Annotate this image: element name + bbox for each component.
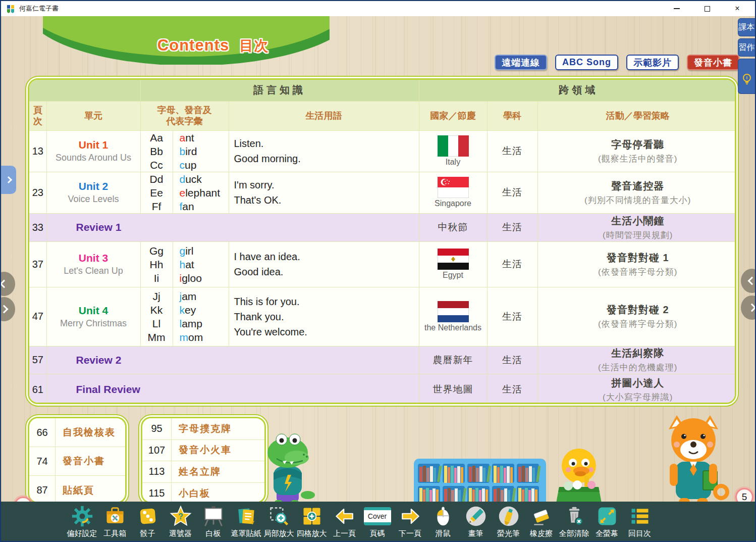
unit-name: Unit 1 bbox=[47, 139, 140, 151]
next-page-arrow-right-edge[interactable] bbox=[741, 295, 755, 320]
next-page-arrow-left-edge[interactable] bbox=[1, 297, 15, 321]
table-row-unit4: 47 Unit 4 Merry Christmas JjKk LlMm jam … bbox=[29, 287, 736, 346]
unit-name: Unit 3 bbox=[47, 252, 140, 264]
minimize-button[interactable] bbox=[670, 4, 683, 14]
table-row-final-review: 61 Final Review 世界地圖 生活 拼圖小達人 (大小寫字母辨識) bbox=[29, 374, 736, 404]
dog-mascot bbox=[655, 411, 733, 502]
maximize-button[interactable] bbox=[700, 4, 714, 14]
activity-cell: 拼圖小達人 (大小寫字母辨識) bbox=[537, 374, 736, 404]
demo-video-button[interactable]: 示範影片 bbox=[626, 55, 679, 70]
svg-text:?: ? bbox=[178, 512, 183, 521]
page-title: Contents目次 bbox=[130, 36, 296, 56]
eraser-icon bbox=[530, 505, 553, 527]
list-item: 95 字母撲克牌 bbox=[142, 418, 264, 440]
close-button[interactable]: × bbox=[731, 4, 744, 14]
toolbox-icon bbox=[104, 505, 126, 527]
toolbar-next-page[interactable]: 下一頁 bbox=[394, 502, 426, 538]
group-header-language: 語言知識 bbox=[140, 80, 419, 101]
group-header-crossdomain: 跨領域 bbox=[419, 80, 736, 101]
activity-cell: 發音對對碰 2 (依發音將字母分類) bbox=[537, 287, 736, 346]
extras-box-right: 95 字母撲克牌 107 發音小火車 113 姓名立牌 115 小白板 bbox=[138, 414, 268, 502]
remote-connect-button[interactable]: 遠端連線 bbox=[495, 55, 547, 70]
chevron-right-icon bbox=[1, 305, 8, 314]
close-icon: × bbox=[735, 5, 739, 13]
abc-song-button[interactable]: ABC Song bbox=[555, 55, 618, 70]
phrases-cell: This is for you.Thank you.You're welcome… bbox=[229, 287, 419, 346]
toolbar-clear-all[interactable]: 全部清除 bbox=[558, 502, 590, 538]
toolbar-mask-sticker[interactable]: 遮罩貼紙 bbox=[230, 502, 262, 538]
toolbar-area-zoom[interactable]: 局部放大 bbox=[262, 502, 295, 538]
contents-table-panel: 語言知識 跨領域 頁 次 單元 字母、發音及 代表字彙 生活用語 國家／節慶 學… bbox=[25, 76, 739, 407]
subject-cell: 生活 bbox=[487, 374, 537, 404]
fullscreen-icon bbox=[596, 505, 618, 527]
toolbar-highlighter[interactable]: 螢光筆 bbox=[492, 502, 525, 538]
col-header-activity: 活動／學習策略 bbox=[537, 101, 736, 130]
unit-title: Merry Christmas bbox=[47, 318, 140, 329]
dice-icon bbox=[137, 505, 159, 527]
words-cell: duck elephant fan bbox=[173, 172, 229, 213]
singapore-flag bbox=[438, 177, 469, 198]
table-row-review2: 57 Review 2 農曆新年 生活 生活糾察隊 (生活中的危機處理) bbox=[29, 346, 736, 374]
prev-page-arrow-left-edge[interactable] bbox=[1, 272, 15, 296]
subject-cell: 生活 bbox=[487, 287, 537, 346]
header-spacer bbox=[29, 80, 140, 101]
italy-flag bbox=[438, 135, 469, 157]
page-cell: 37 bbox=[29, 241, 46, 287]
phonics-book-button[interactable]: 發音小書 bbox=[687, 55, 739, 70]
page-cell: 47 bbox=[29, 287, 46, 346]
table-row-review1: 33 Review 1 中秋節 生活 生活小鬧鐘 (時間管理與規劃) bbox=[29, 213, 736, 241]
tab-workbook[interactable]: 習作 bbox=[738, 38, 755, 57]
hint-bulb-tab[interactable] bbox=[738, 59, 755, 94]
table-row-unit1: 13 Unit 1 Sounds Around Us AaBbCc ant bi… bbox=[29, 130, 736, 172]
country-cell: 世界地圖 bbox=[419, 374, 487, 404]
toolbar-dice[interactable]: 骰子 bbox=[131, 502, 164, 538]
prev-arrow-icon bbox=[333, 506, 356, 527]
col-header-country: 國家／節慶 bbox=[419, 101, 487, 130]
quad-zoom-icon bbox=[301, 505, 323, 527]
activity-cell: 發音對對碰 1 (依發音將字母分類) bbox=[537, 241, 736, 287]
review-title-cell: Review 1 bbox=[46, 213, 419, 241]
page-cell: 33 bbox=[29, 213, 46, 241]
window-title: 何嘉仁電子書 bbox=[19, 4, 59, 13]
table-row-unit2: 23 Unit 2 Voice Levels DdEeFf duck eleph… bbox=[29, 172, 736, 213]
toolbar-eraser[interactable]: 橡皮擦 bbox=[525, 502, 558, 538]
toolbar-fullscreen[interactable]: 全螢幕 bbox=[590, 502, 623, 538]
titlebar: 何嘉仁電子書 × bbox=[1, 1, 755, 16]
toolbar-mouse[interactable]: 滑鼠 bbox=[426, 502, 459, 538]
subject-cell: 生活 bbox=[487, 346, 537, 374]
toolbar-back-to-contents[interactable]: 回目次 bbox=[623, 502, 656, 538]
letters-cell: JjKk LlMm bbox=[140, 287, 173, 346]
unit-name: Unit 4 bbox=[47, 305, 140, 317]
prev-page-arrow-right-edge[interactable] bbox=[741, 269, 755, 293]
duck-mascot bbox=[551, 445, 607, 502]
drawer-handle[interactable] bbox=[1, 166, 16, 194]
country-cell: 農曆新年 bbox=[419, 346, 487, 374]
phrases-cell: I have an idea.Good idea. bbox=[229, 241, 419, 287]
col-header-letters: 字母、發音及 代表字彙 bbox=[140, 101, 229, 130]
toolbar-page-indicator[interactable]: Cover 頁碼 bbox=[361, 502, 394, 538]
toolbar-preferences[interactable]: 偏好設定 bbox=[66, 502, 98, 538]
star-picker-icon: ? bbox=[169, 505, 192, 527]
list-item: 66 自我檢核表 bbox=[29, 418, 125, 447]
list-item: 74 發音小書 bbox=[29, 447, 125, 476]
list-item: 113 姓名立牌 bbox=[142, 461, 264, 483]
crocodile-mascot bbox=[259, 424, 315, 502]
contents-title-zh: 目次 bbox=[239, 38, 268, 54]
review-title-cell: Final Review bbox=[46, 374, 419, 404]
col-header-page: 頁 次 bbox=[29, 101, 46, 130]
toolbar-quad-zoom[interactable]: 四格放大 bbox=[295, 502, 328, 538]
toolbar-pen[interactable]: 畫筆 bbox=[459, 502, 492, 538]
page-cell: 57 bbox=[29, 346, 46, 374]
country-cell: Egypt bbox=[419, 241, 487, 287]
letters-cell: AaBbCc bbox=[140, 130, 173, 172]
toolbar-prev-page[interactable]: 上一頁 bbox=[328, 502, 361, 538]
app-logo-icon bbox=[6, 4, 15, 13]
toolbar-number-picker[interactable]: ? 選號器 bbox=[164, 502, 197, 538]
toolbar-toolbox[interactable]: 工具箱 bbox=[98, 502, 131, 538]
activity-cell: 生活小鬧鐘 (時間管理與規劃) bbox=[537, 213, 736, 241]
subject-cell: 生活 bbox=[487, 130, 537, 172]
tab-textbook[interactable]: 課本 bbox=[738, 18, 755, 36]
toolbar-whiteboard[interactable]: 白板 bbox=[197, 502, 230, 538]
list-item: 115 小白板 bbox=[142, 483, 264, 502]
lightbulb-icon bbox=[742, 73, 752, 86]
